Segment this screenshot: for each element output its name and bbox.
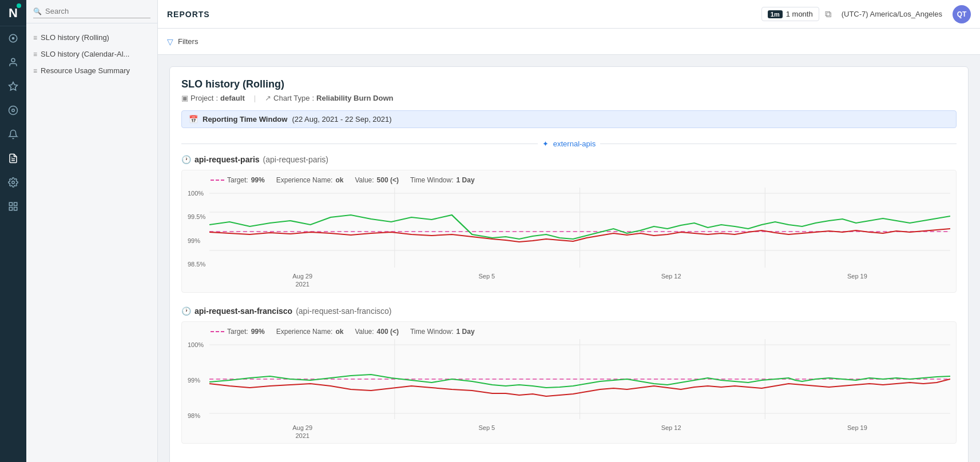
legend-target-2: Target: 99% xyxy=(211,328,265,336)
chart-svg-2 xyxy=(209,339,950,419)
legend-tw-1: Time Window: 1 Day xyxy=(410,176,475,184)
chart-type-meta: ↗ Chart Type : Reliability Burn Down xyxy=(265,94,393,102)
icon-navigation: N xyxy=(0,0,26,462)
chart-container-1: Target: 99% Experience Name: ok Value: 5… xyxy=(181,170,957,293)
slo-clock-icon-1: 🕐 xyxy=(181,155,191,164)
group-header: ✦ external-apis xyxy=(181,140,957,148)
slo-name-2: api-request-san-francisco xyxy=(195,306,292,316)
legend-exp-value-2: ok xyxy=(335,328,343,336)
legend-tw-label: Time Window: xyxy=(410,176,454,184)
filter-label: Filters xyxy=(178,37,198,46)
y-label-1-2: 99.5% xyxy=(188,213,209,220)
time-range-label: 1 month xyxy=(786,10,813,18)
slo-name-1: api-request-paris xyxy=(195,155,260,164)
legend-exp-1: Experience Name: ok xyxy=(276,176,344,184)
nav-admin-icon[interactable] xyxy=(0,194,26,218)
legend-val-1: Value: 500 (<) xyxy=(355,176,399,184)
sidebar: 🔍 ≡ SLO history (Rolling) ≡ SLO history … xyxy=(26,0,158,462)
report-title: SLO history (Rolling) xyxy=(181,78,957,90)
chart-type-colon: : xyxy=(312,94,314,102)
chart-type-value: Reliability Burn Down xyxy=(316,94,393,102)
legend-target-label-2: Target: xyxy=(227,328,248,336)
svg-rect-11 xyxy=(9,208,12,210)
legend-val-label: Value: xyxy=(355,176,374,184)
topbar-right: 1m 1 month ⧉ (UTC-7) America/Los_Angeles… xyxy=(761,5,971,23)
slo-section-2: 🕐 api-request-san-francisco (api-request… xyxy=(181,306,957,444)
svg-point-1 xyxy=(12,37,15,40)
time-window-label: Reporting Time Window xyxy=(203,115,287,124)
legend-dash-2 xyxy=(211,331,224,332)
sidebar-item-resource-usage[interactable]: ≡ Resource Usage Summary xyxy=(26,62,157,79)
legend-tw-label-2: Time Window: xyxy=(410,328,454,336)
filter-icon: ▽ xyxy=(167,37,173,46)
y-label-1-4: 98.5% xyxy=(188,261,209,268)
slo-title-2: 🕐 api-request-san-francisco (api-request… xyxy=(181,306,957,316)
project-label: Project xyxy=(191,94,213,102)
filter-bar: ▽ Filters xyxy=(158,29,980,55)
chart-svg-1 xyxy=(209,188,950,268)
chart-svg-wrap-2: 100% 99% 98% xyxy=(188,339,950,421)
logo-dot xyxy=(17,3,21,8)
svg-point-4 xyxy=(9,106,18,115)
slo-title-1: 🕐 api-request-paris (api-request-paris) xyxy=(181,155,957,164)
time-window-value: (22 Aug, 2021 - 22 Sep, 2021) xyxy=(292,115,391,124)
legend-val-value-2: 400 (<) xyxy=(377,328,399,336)
slo-section-1: 🕐 api-request-paris (api-request-paris) … xyxy=(181,155,957,293)
sidebar-search-area: 🔍 xyxy=(26,0,157,23)
legend-target-value-1: 99% xyxy=(251,176,265,184)
x-labels-1: Aug 292021 Sep 5 Sep 12 Sep 19 xyxy=(188,272,950,289)
legend-exp-value-1: ok xyxy=(335,176,343,184)
svg-marker-3 xyxy=(9,82,18,90)
x-label-2-1: Aug 292021 xyxy=(292,424,312,440)
nav-users-icon[interactable] xyxy=(0,50,26,74)
search-wrap[interactable]: 🔍 xyxy=(33,7,150,18)
nav-integrations-icon[interactable] xyxy=(0,74,26,98)
y-label-1-1: 100% xyxy=(188,190,209,197)
slo-id-2: (api-request-san-francisco) xyxy=(296,306,391,316)
chart-legend-1: Target: 99% Experience Name: ok Value: 5… xyxy=(188,176,950,184)
legend-target-value-2: 99% xyxy=(251,328,265,336)
y-labels-2: 100% 99% 98% xyxy=(188,339,209,421)
svg-rect-12 xyxy=(14,208,17,210)
time-window-bar: 📅 Reporting Time Window (22 Aug, 2021 - … xyxy=(181,110,957,128)
nav-overview-icon[interactable] xyxy=(0,26,26,50)
sidebar-item-label-3: Resource Usage Summary xyxy=(41,66,130,75)
time-range-button[interactable]: 1m 1 month xyxy=(761,7,819,21)
legend-target-1: Target: 99% xyxy=(211,176,265,184)
nav-settings-icon[interactable] xyxy=(0,170,26,194)
nav-slo-icon[interactable] xyxy=(0,98,26,122)
x-label-1-3: Sep 12 xyxy=(661,272,681,289)
copy-icon[interactable]: ⧉ xyxy=(825,9,831,19)
chart-type-label: Chart Type xyxy=(273,94,310,102)
sidebar-item-slo-calendar[interactable]: ≡ SLO history (Calendar-Al... xyxy=(26,46,157,62)
y-labels-1: 100% 99.5% 99% 98.5% xyxy=(188,188,209,270)
sidebar-item-label-2: SLO history (Calendar-Al... xyxy=(41,50,129,58)
slo-id-1: (api-request-paris) xyxy=(263,155,328,164)
search-input[interactable] xyxy=(45,7,150,15)
legend-exp-label-2: Experience Name: xyxy=(276,328,333,336)
topbar: REPORTS 1m 1 month ⧉ (UTC-7) America/Los… xyxy=(158,0,980,29)
doc-icon-3: ≡ xyxy=(33,67,37,75)
chart-container-2: Target: 99% Experience Name: ok Value: 4… xyxy=(181,321,957,444)
legend-exp-2: Experience Name: ok xyxy=(276,328,344,336)
project-meta: ▣ Project : default xyxy=(181,94,245,102)
doc-icon-2: ≡ xyxy=(33,50,37,58)
y-label-2-1: 100% xyxy=(188,341,209,348)
nav-reports-icon[interactable] xyxy=(0,146,26,170)
x-label-2-3: Sep 12 xyxy=(661,424,681,440)
legend-val-value-1: 500 (<) xyxy=(377,176,399,184)
logo: N xyxy=(0,0,26,26)
sidebar-item-slo-rolling[interactable]: ≡ SLO history (Rolling) xyxy=(26,29,157,46)
svg-point-2 xyxy=(11,58,15,62)
sidebar-item-label-1: SLO history (Rolling) xyxy=(41,33,109,42)
user-avatar[interactable]: QT xyxy=(953,5,971,23)
legend-val-label-2: Value: xyxy=(355,328,374,336)
x-label-2-4: Sep 19 xyxy=(847,424,867,440)
nav-alerts-icon[interactable] xyxy=(0,122,26,146)
legend-exp-label: Experience Name: xyxy=(276,176,333,184)
svg-point-8 xyxy=(12,181,15,184)
project-value: default xyxy=(220,94,245,102)
meta-separator: | xyxy=(254,94,256,102)
chart-icon: ↗ xyxy=(265,94,271,102)
legend-val-2: Value: 400 (<) xyxy=(355,328,399,336)
